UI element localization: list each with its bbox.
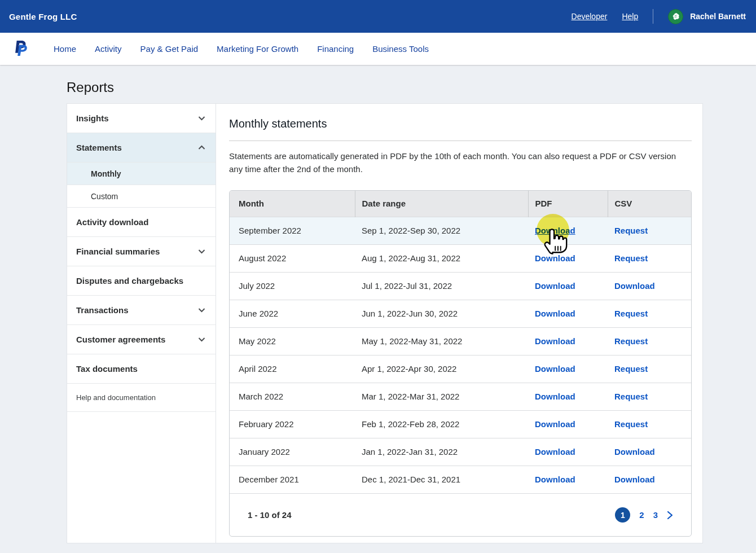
month-cell: August 2022 — [230, 244, 355, 272]
csv-request-link[interactable]: Request — [614, 392, 648, 401]
table-row: May 2022 May 1, 2022-May 31, 2022 Downlo… — [230, 327, 691, 355]
sidebar-item-help-documentation[interactable]: Help and documentation — [67, 384, 216, 412]
next-page-button[interactable] — [667, 511, 673, 520]
chevron-down-icon — [198, 337, 205, 342]
pdf-download-link[interactable]: Download — [535, 419, 575, 429]
csv-request-link[interactable]: Request — [614, 309, 648, 318]
paypal-logo-icon[interactable] — [14, 40, 29, 58]
pdf-download-link[interactable]: Download — [535, 226, 575, 235]
table-row: March 2022 Mar 1, 2022-Mar 31, 2022 Down… — [230, 383, 691, 410]
sidebar-item-label: Custom — [91, 192, 118, 201]
month-cell: March 2022 — [230, 383, 355, 410]
pdf-download-link[interactable]: Download — [535, 281, 575, 291]
top-bar: Gentle Frog LLC Developer Help Rachel Ba… — [0, 0, 756, 33]
nav-item-activity[interactable]: Activity — [95, 44, 122, 54]
sidebar-item-label: Insights — [76, 113, 109, 123]
sidebar-item-transactions[interactable]: Transactions — [67, 296, 216, 325]
developer-link[interactable]: Developer — [572, 12, 608, 21]
nav-item-marketing[interactable]: Marketing For Growth — [217, 44, 298, 54]
column-header-date-range: Date range — [355, 191, 528, 217]
reports-sidebar: Insights Statements Monthly Custom Activ… — [67, 104, 216, 543]
sidebar-item-label: Help and documentation — [76, 393, 156, 402]
sidebar-item-label: Disputes and chargebacks — [76, 276, 183, 286]
page-2-button[interactable]: 2 — [639, 510, 644, 520]
pdf-download-link[interactable]: Download — [535, 364, 575, 374]
help-link[interactable]: Help — [622, 12, 638, 21]
user-name: Rachel Barnett — [690, 12, 746, 21]
nav-item-pay-get-paid[interactable]: Pay & Get Paid — [140, 44, 199, 54]
page-footer-strip — [0, 543, 756, 552]
table-row: August 2022 Aug 1, 2022-Aug 31, 2022 Dow… — [230, 244, 691, 272]
date-range-cell: Feb 1, 2022-Feb 28, 2022 — [355, 410, 528, 438]
pagination-summary: 1 - 10 of 24 — [248, 510, 292, 520]
month-cell: July 2022 — [230, 272, 355, 300]
primary-nav: Home Activity Pay & Get Paid Marketing F… — [0, 33, 756, 65]
csv-request-link[interactable]: Request — [614, 336, 648, 346]
date-range-cell: Jun 1, 2022-Jun 30, 2022 — [355, 300, 528, 327]
table-row: December 2021 Dec 1, 2021-Dec 31, 2021 D… — [230, 466, 691, 493]
date-range-cell: Aug 1, 2022-Aug 31, 2022 — [355, 244, 528, 272]
month-cell: June 2022 — [230, 300, 355, 327]
date-range-cell: Apr 1, 2022-Apr 30, 2022 — [355, 355, 528, 383]
csv-request-link[interactable]: Request — [614, 364, 648, 374]
month-cell: May 2022 — [230, 327, 355, 355]
sidebar-item-financial-summaries[interactable]: Financial summaries — [67, 237, 216, 266]
statements-table-card: Month Date range PDF CSV September 2022 … — [229, 190, 692, 537]
sidebar-item-label: Transactions — [76, 305, 129, 315]
column-header-pdf: PDF — [528, 191, 608, 217]
sidebar-item-tax-documents[interactable]: Tax documents — [67, 354, 216, 384]
csv-download-link[interactable]: Download — [614, 447, 655, 457]
pdf-download-link[interactable]: Download — [535, 309, 575, 318]
pdf-download-link[interactable]: Download — [535, 475, 575, 484]
page-3-button[interactable]: 3 — [653, 510, 658, 520]
sidebar-item-activity-download[interactable]: Activity download — [67, 208, 216, 237]
chevron-down-icon — [198, 116, 205, 121]
table-row: June 2022 Jun 1, 2022-Jun 30, 2022 Downl… — [230, 300, 691, 327]
sidebar-item-label: Monthly — [91, 169, 121, 178]
table-row: February 2022 Feb 1, 2022-Feb 28, 2022 D… — [230, 410, 691, 438]
nav-item-financing[interactable]: Financing — [317, 44, 354, 54]
table-row: July 2022 Jul 1, 2022-Jul 31, 2022 Downl… — [230, 272, 691, 300]
sidebar-item-statements[interactable]: Statements — [67, 133, 216, 163]
month-cell: February 2022 — [230, 410, 355, 438]
nav-item-business-tools[interactable]: Business Tools — [372, 44, 429, 54]
csv-request-link[interactable]: Request — [614, 253, 648, 263]
csv-download-link[interactable]: Download — [614, 475, 655, 484]
heading-divider — [229, 141, 692, 141]
sidebar-item-label: Customer agreements — [76, 335, 165, 344]
chevron-down-icon — [198, 308, 205, 313]
csv-request-link[interactable]: Request — [614, 226, 648, 235]
date-range-cell: Mar 1, 2022-Mar 31, 2022 — [355, 383, 528, 410]
csv-download-link[interactable]: Download — [614, 281, 655, 291]
page-1-button[interactable]: 1 — [615, 507, 630, 523]
month-cell: January 2022 — [230, 438, 355, 466]
month-cell: September 2022 — [230, 217, 355, 244]
sidebar-item-label: Statements — [76, 143, 122, 152]
monthly-statements-section: Monthly statements Statements are automa… — [216, 104, 704, 543]
pdf-download-link[interactable]: Download — [535, 447, 575, 457]
column-header-csv: CSV — [608, 191, 691, 217]
chevron-up-icon — [198, 145, 205, 150]
user-menu[interactable]: Rachel Barnett — [668, 9, 746, 24]
date-range-cell: Sep 1, 2022-Sep 30, 2022 — [355, 217, 528, 244]
table-row: April 2022 Apr 1, 2022-Apr 30, 2022 Down… — [230, 355, 691, 383]
csv-request-link[interactable]: Request — [614, 419, 648, 429]
sidebar-item-custom[interactable]: Custom — [67, 185, 216, 208]
date-range-cell: May 1, 2022-May 31, 2022 — [355, 327, 528, 355]
date-range-cell: Jul 1, 2022-Jul 31, 2022 — [355, 272, 528, 300]
pdf-download-link[interactable]: Download — [535, 392, 575, 401]
pdf-download-link[interactable]: Download — [535, 253, 575, 263]
sidebar-item-label: Financial summaries — [76, 247, 160, 256]
sidebar-item-disputes[interactable]: Disputes and chargebacks — [67, 266, 216, 296]
chevron-right-icon — [667, 511, 673, 520]
sidebar-item-insights[interactable]: Insights — [67, 104, 216, 133]
pdf-download-link[interactable]: Download — [535, 336, 575, 346]
month-cell: April 2022 — [230, 355, 355, 383]
pagination-bar: 1 - 10 of 24 1 2 3 — [230, 493, 691, 536]
table-row: September 2022 Sep 1, 2022-Sep 30, 2022 … — [230, 217, 691, 244]
sidebar-item-monthly[interactable]: Monthly — [67, 163, 216, 185]
statements-table: Month Date range PDF CSV September 2022 … — [230, 191, 691, 493]
sidebar-item-customer-agreements[interactable]: Customer agreements — [67, 325, 216, 354]
nav-item-home[interactable]: Home — [54, 44, 76, 54]
chevron-down-icon — [198, 249, 205, 254]
